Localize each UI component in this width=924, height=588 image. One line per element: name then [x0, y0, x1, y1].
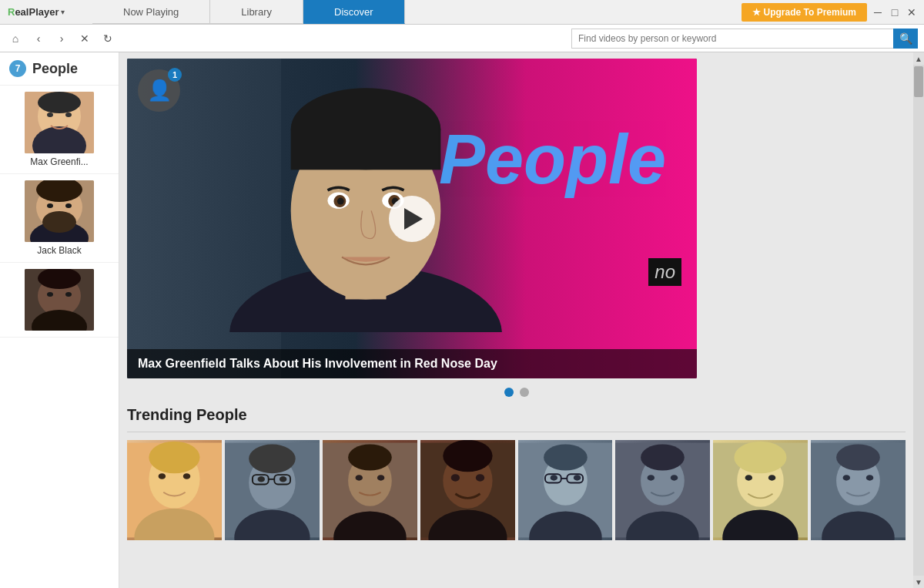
sidebar-item-max-greenfield[interactable]: Max Greenfi... — [0, 86, 119, 174]
scroll-down-arrow[interactable]: ▼ — [913, 576, 924, 588]
svg-point-47 — [348, 444, 392, 470]
content-area: People no 👤 1 — [119, 52, 913, 588]
svg-point-40 — [257, 476, 264, 482]
svg-point-35 — [183, 473, 190, 479]
play-triangle-icon — [404, 208, 423, 230]
person-name-jack: Jack Black — [37, 245, 81, 256]
search-icon: 🔍 — [899, 32, 912, 45]
minimize-button[interactable]: ─ — [872, 6, 884, 18]
svg-point-17 — [47, 292, 53, 297]
video-title-bar: Max Greenfield Talks About His Involveme… — [127, 349, 697, 378]
upgrade-star-icon: ★ — [752, 7, 761, 18]
svg-point-49 — [355, 475, 362, 481]
back-icon: ‹ — [37, 32, 41, 45]
refresh-button[interactable]: ↻ — [99, 29, 117, 48]
svg-point-41 — [280, 476, 286, 482]
trending-grid — [127, 440, 906, 540]
home-icon: ⌂ — [12, 32, 18, 45]
svg-point-5 — [65, 113, 72, 117]
title-bar: RealPlayer ▾ Now Playing Library Discove… — [0, 0, 924, 25]
video-title: Max Greenfield Talks About His Involveme… — [138, 357, 497, 370]
svg-point-28 — [337, 198, 344, 205]
channel-badge: 1 — [168, 68, 182, 82]
video-section: People no 👤 1 — [119, 52, 913, 378]
close-window-button[interactable]: ✕ — [906, 6, 918, 18]
dot-1[interactable] — [504, 388, 514, 397]
video-player[interactable]: People no 👤 1 — [127, 59, 697, 378]
forward-button[interactable]: › — [52, 29, 71, 48]
svg-point-68 — [641, 444, 685, 470]
tab-discover[interactable]: Discover — [303, 0, 405, 24]
svg-rect-23 — [291, 129, 441, 170]
avatar-max-greenfield — [25, 92, 94, 153]
svg-point-38 — [249, 444, 295, 473]
svg-point-70 — [648, 475, 654, 481]
svg-point-18 — [65, 292, 72, 297]
scrollbar-thumb[interactable] — [914, 66, 923, 97]
window-controls: ★ Upgrade To Premium ─ □ ✕ — [735, 3, 924, 22]
trending-section: Trending People — [119, 406, 913, 548]
back-button[interactable]: ‹ — [29, 29, 48, 48]
forward-icon: › — [60, 32, 64, 45]
svg-point-74 — [735, 442, 787, 474]
trending-person-5[interactable] — [518, 440, 613, 540]
channel-icon-area: 👤 1 — [138, 69, 180, 112]
tab-now-playing[interactable]: Now Playing — [92, 0, 210, 24]
trending-person-1[interactable] — [127, 440, 222, 540]
people-magazine-text: People — [439, 120, 666, 200]
svg-point-55 — [450, 474, 459, 481]
nav-bar: ⌂ ‹ › ✕ ↻ 🔍 — [0, 25, 924, 52]
svg-point-80 — [836, 444, 880, 470]
tab-library[interactable]: Library — [210, 0, 303, 24]
logo-area: RealPlayer ▾ — [0, 6, 92, 18]
trending-person-7[interactable] — [713, 440, 808, 540]
svg-point-59 — [544, 444, 588, 470]
play-button[interactable] — [389, 196, 435, 242]
video-now-text: no — [648, 258, 681, 286]
svg-point-11 — [47, 203, 53, 208]
dot-2[interactable] — [520, 388, 529, 397]
trending-person-6[interactable] — [615, 440, 710, 540]
logo-dropdown[interactable]: ▾ — [61, 8, 65, 16]
trending-person-4[interactable] — [420, 440, 515, 540]
person-name-max: Max Greenfi... — [30, 156, 88, 167]
trending-divider — [127, 432, 906, 432]
right-scrollbar: ▲ ▼ — [913, 52, 924, 588]
channel-circle: 👤 1 — [138, 69, 180, 112]
svg-point-10 — [42, 211, 76, 233]
svg-point-76 — [745, 475, 752, 481]
trending-title: Trending People — [127, 406, 906, 424]
stop-button[interactable]: ✕ — [75, 29, 94, 48]
app-logo: RealPlayer — [8, 6, 59, 18]
svg-point-77 — [768, 475, 775, 481]
stop-icon: ✕ — [80, 32, 89, 45]
sidebar-item-person-3[interactable] — [0, 263, 119, 338]
search-input[interactable] — [571, 29, 893, 49]
svg-point-32 — [149, 442, 199, 474]
search-container: 🔍 — [571, 29, 918, 49]
svg-point-4 — [47, 113, 53, 117]
sidebar-title: People — [32, 61, 78, 77]
svg-point-82 — [843, 475, 850, 481]
svg-point-61 — [550, 475, 557, 481]
sidebar-item-jack-black[interactable]: Jack Black — [0, 174, 119, 263]
svg-point-71 — [671, 475, 678, 481]
trending-person-2[interactable] — [225, 440, 320, 540]
svg-point-62 — [573, 475, 580, 481]
home-button[interactable]: ⌂ — [6, 29, 25, 48]
upgrade-button[interactable]: ★ Upgrade To Premium — [742, 3, 867, 22]
search-button[interactable]: 🔍 — [893, 29, 918, 49]
sidebar: 7 People Max G — [0, 52, 119, 588]
svg-point-50 — [377, 475, 384, 481]
scroll-up-arrow[interactable]: ▲ — [913, 52, 924, 65]
svg-point-83 — [866, 475, 873, 481]
svg-point-3 — [38, 92, 81, 113]
scroll-down-icon: ▼ — [915, 578, 922, 586]
avatar-jack-black — [25, 180, 94, 242]
trending-person-8[interactable] — [811, 440, 906, 540]
maximize-button[interactable]: □ — [889, 6, 901, 18]
trending-person-3[interactable] — [323, 440, 417, 540]
avatar-person-3 — [25, 269, 94, 331]
main-content: 7 People Max G — [0, 52, 924, 588]
svg-point-56 — [475, 474, 484, 481]
